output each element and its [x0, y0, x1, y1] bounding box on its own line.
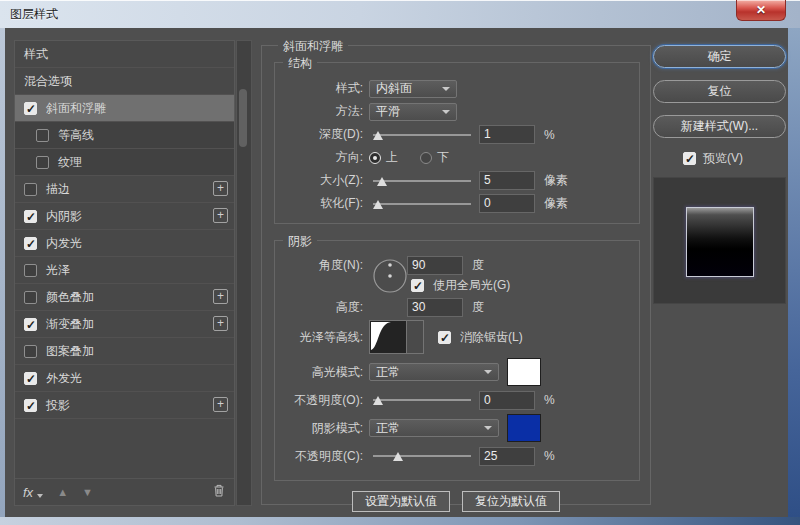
technique-value: 平滑 — [376, 103, 400, 120]
highlight-opacity-row: 不透明度(O): 0 % — [283, 388, 631, 412]
preview-toggle[interactable]: 预览(V) — [683, 150, 786, 166]
sidebar-item-stroke[interactable]: 描边 — [15, 176, 234, 203]
add-effect-icon[interactable] — [213, 397, 228, 412]
checkbox-checked-icon[interactable] — [24, 318, 37, 331]
direction-down-radio[interactable] — [420, 152, 432, 164]
checkbox-unchecked-icon[interactable] — [24, 264, 37, 277]
sidebar-item-color-overlay[interactable]: 颜色叠加 — [15, 284, 234, 311]
sidebar-item-label: 斜面和浮雕 — [46, 100, 106, 117]
move-effect-down-icon[interactable]: ▼ — [82, 486, 93, 498]
reset-button[interactable]: 复位 — [653, 80, 786, 103]
slider-track — [373, 180, 471, 182]
highlight-mode-dropdown[interactable]: 正常 — [369, 363, 499, 381]
highlight-opacity-label: 不透明度(O): — [283, 392, 363, 409]
sidebar-item-blending-options[interactable]: 混合选项 — [15, 68, 234, 95]
scrollbar-thumb[interactable] — [239, 89, 247, 147]
depth-slider[interactable] — [373, 128, 471, 142]
sidebar-item-bevel-emboss[interactable]: 斜面和浮雕 — [15, 95, 234, 122]
sidebar-item-label: 等高线 — [58, 127, 94, 144]
style-dropdown[interactable]: 内斜面 — [369, 80, 457, 98]
sidebar-item-label: 纹理 — [58, 154, 82, 171]
checkbox-checked-icon[interactable] — [24, 399, 37, 412]
sidebar-item-styles[interactable]: 样式 — [15, 41, 234, 68]
set-as-default-button[interactable]: 设置为默认值 — [352, 491, 450, 512]
global-light-label: 使用全局光(G) — [433, 277, 510, 294]
sidebar-item-inner-shadow[interactable]: 内阴影 — [15, 203, 234, 230]
sidebar-item-outer-glow[interactable]: 外发光 — [15, 365, 234, 392]
slider-thumb[interactable] — [373, 200, 383, 209]
direction-up-radio[interactable] — [369, 152, 381, 164]
sidebar-item-gradient-overlay[interactable]: 渐变叠加 — [15, 311, 234, 338]
soften-input[interactable]: 0 — [479, 194, 535, 213]
ok-button[interactable]: 确定 — [653, 45, 786, 68]
checkbox-checked-icon[interactable] — [24, 237, 37, 250]
add-effect-icon[interactable] — [213, 289, 228, 304]
add-effect-icon[interactable] — [213, 316, 228, 331]
close-button[interactable]: ✕ — [736, 0, 786, 21]
add-effect-icon[interactable] — [213, 208, 228, 223]
slider-thumb[interactable] — [377, 177, 387, 186]
altitude-input[interactable]: 30 — [407, 298, 463, 317]
checkbox-checked-icon[interactable] — [24, 210, 37, 223]
delete-effect-icon[interactable] — [212, 483, 226, 501]
effects-list: 样式 混合选项 斜面和浮雕 等高线 纹理 描边 — [14, 40, 235, 506]
technique-dropdown[interactable]: 平滑 — [369, 103, 457, 121]
highlight-opacity-input[interactable]: 0 — [479, 391, 535, 410]
checkbox-unchecked-icon[interactable] — [24, 291, 37, 304]
checkbox-checked-icon[interactable] — [24, 102, 37, 115]
sidebar-item-satin[interactable]: 光泽 — [15, 257, 234, 284]
checkbox-checked-icon[interactable] — [24, 372, 37, 385]
slider-thumb[interactable] — [393, 452, 403, 461]
structure-legend: 结构 — [283, 55, 317, 72]
checkbox-unchecked-icon[interactable] — [36, 129, 49, 142]
sidebar-item-contour[interactable]: 等高线 — [15, 122, 234, 149]
slider-track — [373, 203, 471, 205]
new-style-button[interactable]: 新建样式(W)... — [653, 115, 786, 138]
sidebar-item-texture[interactable]: 纹理 — [15, 149, 234, 176]
sidebar-item-label: 光泽 — [46, 262, 70, 279]
gloss-contour-thumbnail[interactable] — [369, 320, 407, 354]
panel-title: 斜面和浮雕 — [278, 38, 348, 55]
shadow-color-swatch[interactable] — [507, 414, 541, 442]
add-effect-icon[interactable] — [213, 181, 228, 196]
preview-checkbox[interactable] — [683, 152, 696, 165]
sidebar-item-inner-glow[interactable]: 内发光 — [15, 230, 234, 257]
chevron-down-icon — [484, 370, 492, 374]
slider-thumb[interactable] — [373, 396, 383, 405]
effects-list-scrollbar[interactable] — [236, 40, 252, 506]
fx-icon[interactable]: fx — [23, 485, 33, 500]
chevron-down-icon — [484, 426, 492, 430]
highlight-color-swatch[interactable] — [507, 358, 541, 386]
sidebar-item-pattern-overlay[interactable]: 图案叠加 — [15, 338, 234, 365]
checkbox-unchecked-icon[interactable] — [24, 183, 37, 196]
anti-alias-checkbox[interactable] — [438, 331, 451, 344]
slider-thumb[interactable] — [373, 131, 383, 140]
size-input[interactable]: 5 — [479, 171, 535, 190]
sidebar-item-label: 描边 — [46, 181, 70, 198]
shadow-opacity-input[interactable]: 25 — [479, 447, 535, 466]
angle-dial[interactable] — [371, 257, 409, 298]
shadow-mode-dropdown[interactable]: 正常 — [369, 419, 499, 437]
angle-row: 角度(N): 90 度 — [283, 255, 631, 275]
global-light-checkbox[interactable] — [411, 279, 424, 292]
fx-menu-caret-icon[interactable] — [37, 494, 43, 498]
soften-slider[interactable] — [373, 197, 471, 211]
reset-to-default-button[interactable]: 复位为默认值 — [462, 491, 560, 512]
shadow-mode-label: 阴影模式: — [283, 420, 363, 437]
soften-unit: 像素 — [544, 195, 568, 212]
gloss-contour-picker-arrow[interactable] — [407, 320, 424, 354]
shadow-opacity-slider[interactable] — [373, 449, 471, 463]
highlight-opacity-slider[interactable] — [373, 393, 471, 407]
preview-label: 预览(V) — [703, 150, 743, 167]
sidebar-item-drop-shadow[interactable]: 投影 — [15, 392, 234, 419]
checkbox-unchecked-icon[interactable] — [36, 156, 49, 169]
angle-input[interactable]: 90 — [407, 256, 463, 275]
depth-input[interactable]: 1 — [479, 125, 535, 144]
size-slider[interactable] — [373, 174, 471, 188]
move-effect-up-icon[interactable]: ▲ — [57, 486, 68, 498]
checkbox-unchecked-icon[interactable] — [24, 345, 37, 358]
size-unit: 像素 — [544, 172, 568, 189]
title-bar[interactable]: 图层样式 ✕ — [0, 0, 800, 29]
style-label: 样式: — [283, 80, 363, 97]
anti-alias-label: 消除锯齿(L) — [460, 329, 523, 346]
